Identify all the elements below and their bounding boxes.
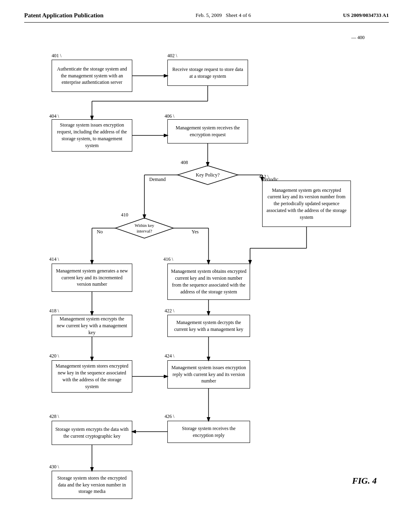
box-414: Management system generates a new curren…: [52, 264, 132, 292]
ref-410: 410: [121, 212, 128, 218]
ref-426: 426 \: [165, 414, 174, 420]
svg-marker-2: [115, 218, 173, 238]
figure-label: FIG. 4: [352, 476, 377, 486]
no-label: No: [97, 229, 103, 235]
patent-number: US 2009/0034733 A1: [343, 12, 389, 19]
ref-424: 424 \: [165, 353, 174, 359]
box-412: Management system gets encrypted current…: [262, 181, 351, 227]
box-424: Management system issues encryption repl…: [167, 360, 250, 389]
ref-402: 402 \: [167, 53, 177, 59]
box-406: Management system receives the encryptio…: [167, 119, 248, 143]
ref-416: 416 \: [163, 256, 173, 262]
box-420: Management system stores encrypted new k…: [52, 360, 132, 393]
publication-date: Feb. 5, 2009: [196, 12, 222, 18]
box-404: Storage system issues encryption request…: [52, 119, 132, 152]
demand-label: Demand: [149, 177, 166, 183]
diagram-area: — 400 401 \ Authenticate the storage sys…: [24, 31, 389, 498]
ref-414: 414 \: [49, 256, 59, 262]
box-401: Authenticate the storage system and the …: [52, 60, 132, 92]
ref-430: 430 \: [49, 464, 59, 470]
ref-412: 412 \: [259, 174, 269, 180]
box-418: Management system encrypts the new curre…: [52, 315, 132, 337]
ref-408: 408: [181, 160, 188, 166]
ref-404: 404 \: [49, 113, 59, 119]
ref-406: 406 \: [165, 113, 174, 119]
ref-420: 420 \: [49, 353, 59, 359]
svg-text:Key Policy?: Key Policy?: [196, 172, 220, 178]
svg-text:Within key: Within key: [135, 223, 154, 228]
header-center: Feb. 5, 2009 Sheet 4 of 6: [196, 12, 251, 19]
ref-400: — 400: [351, 35, 365, 41]
svg-text:interval?: interval?: [137, 229, 152, 233]
svg-marker-0: [177, 166, 238, 185]
page: Patent Application Publication Feb. 5, 2…: [0, 0, 413, 532]
ref-418: 418 \: [49, 308, 59, 314]
box-416: Management system obtains encrypted curr…: [167, 264, 250, 300]
sheet-info: Sheet 4 of 6: [226, 12, 251, 18]
box-422: Management system decrypts the current k…: [167, 315, 250, 337]
ref-422: 422 \: [165, 308, 174, 314]
box-428: Storage system encrypts the data with th…: [52, 421, 132, 445]
box-426: Storage system receives the encryption r…: [167, 421, 250, 443]
page-header: Patent Application Publication Feb. 5, 2…: [24, 12, 389, 23]
ref-401: 401 \: [52, 53, 61, 59]
publication-title: Patent Application Publication: [24, 12, 104, 19]
yes-label: Yes: [192, 229, 198, 235]
box-402: Receive storage request to store data at…: [167, 60, 248, 86]
box-430: Storage system stores the encrypted data…: [52, 471, 132, 499]
ref-428: 428 \: [49, 414, 59, 420]
